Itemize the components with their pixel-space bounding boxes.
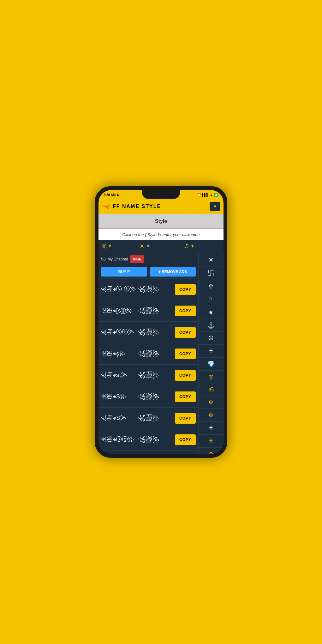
wifi-icon: ▲ [210,193,213,197]
status-right: ⏰ ▌▌▌ ▲ 85 [197,193,218,197]
list-item: ꧁꫞⊕S꧂ ꧁꫞꧂ COPY [98,386,198,408]
symbol-cross[interactable]: ✝ [199,422,223,435]
app-header: 🔫 FF NAME STYLE ▼ [98,199,224,214]
copy-button-5[interactable]: COPY [175,370,196,381]
subscribe-section: Su My Channel RIBE [98,253,198,265]
buy-label: BUY P [118,270,130,274]
symbol-khanda[interactable]: ☬ [199,396,223,409]
name-symbol-8: ꧁꫞⊕ⓢⓣ꧂ [101,436,134,443]
name-display-3: ꧁꫞⊕Ⓢⓣ꧂ [101,329,138,336]
name-suffix-6: ꧁꫞꧂ [138,393,175,401]
list-item: ꧁꫞⊕S꧂ ꧁꫞꧂ COPY [98,450,198,454]
name-display-2: ꧁꫞⊕[s][t꧂ [101,307,138,314]
dd1-arrow: ▼ [108,244,112,248]
dropdown-1[interactable]: ꧁ ▼ [102,243,138,249]
phone-notch [142,190,180,199]
dd3-arrow: ▼ [191,244,194,248]
symbol-swastika[interactable]: 卐 [199,266,223,280]
symbol-trident[interactable]: ♆ [199,280,223,293]
copy-button-8[interactable]: COPY [175,434,196,445]
main-area: Su My Channel RIBE BUY P + REMOVE ADS [98,252,224,454]
subscribe-btn-label: RIBE [133,257,141,261]
name-symbol-3: ꧁꫞⊕Ⓢⓣ꧂ [101,329,134,336]
phone-frame: 2:20 AM ▶ ⏰ ▌▌▌ ▲ 85 🔫 FF NAME STYLE ▼ [95,186,227,458]
symbol-om-curl[interactable]: ৠ [199,371,223,383]
status-left: 2:20 AM ▶ [104,193,119,197]
name-symbol-7: ꧁꫞⊕S꧂ [101,415,126,421]
symbol-om[interactable]: ॐ [199,383,223,396]
phone-screen: 2:20 AM ▶ ⏰ ▌▌▌ ▲ 85 🔫 FF NAME STYLE ▼ [98,190,224,454]
name-display-5: ꧁꫞⊕st꧂ [101,372,138,379]
name-suffix-8: ꧁꫞꧂ [138,436,175,444]
dd3-symbol: ꧂ [184,243,189,249]
remove-ads-button[interactable]: + REMOVE ADS [150,267,196,277]
play-icon: ▶ [117,193,119,197]
remove-ads-label: + REMOVE ADS [158,270,187,274]
name-suffix-3: ꧁꫞꧂ [138,328,175,337]
name-symbol-5: ꧁꫞⊕st꧂ [101,372,127,379]
name-suffix-5: ꧁꫞꧂ [138,371,175,379]
symbol-cross2[interactable]: ✝ [199,435,223,448]
symbol-khanda2[interactable]: ☬ [199,409,223,422]
name-suffix-7: ꧁꫞꧂ [138,414,175,422]
copy-button-7[interactable]: COPY [175,413,196,424]
subscribe-button[interactable]: RIBE [130,255,144,263]
name-display-6: ꧁꫞⊕S꧂ [101,393,138,400]
name-suffix-1: ꧁꫞꧂ [138,285,175,294]
dd-separator: ✕ [140,243,144,250]
time: 2:20 AM [104,193,116,197]
style-input-box[interactable]: Style [98,214,224,229]
symbol-panel: ✕ 卐 ♆ ᚢ ★ ⚓ ☮ ♰ 💎 ৠ ॐ ☬ ☬ ✝ ✝ ⊕ [198,252,224,454]
list-item: ꧁꫞⊕S꧂ ꧁꫞꧂ COPY [98,408,198,429]
style-placeholder: Style [155,218,167,224]
dropdown-3[interactable]: ꧂ ▼ [184,243,220,249]
name-display-4: ꧁꫞⊕ş꧂ [101,350,138,357]
name-symbol-2: ꧁꫞⊕[s][t꧂ [101,307,133,314]
symbol-rune[interactable]: ᚢ [199,293,223,306]
symbol-cross-circle[interactable]: ⊕ [199,448,223,454]
dd2-arrow: ▼ [146,244,150,248]
list-item: ꧁꫞⊕ⓢⓣ꧂ ꧁꫞꧂ COPY [98,429,198,450]
symbol-x[interactable]: ✕ [199,253,223,266]
symbol-scepter[interactable]: ♰ [199,345,223,358]
list-item: ꧁꫞⊕ş꧂ ꧁꫞꧂ COPY [98,343,198,365]
dropdown-2[interactable]: ▼ [146,244,182,248]
copy-button-4[interactable]: COPY [175,349,196,359]
name-symbol-4: ꧁꫞⊕ş꧂ [101,350,125,357]
style-input-area: Style Click on the { Style }≈ enter your… [98,214,224,252]
name-display-1: ꧁꫞⊕ⓢ ⓣ꧂ [101,286,138,293]
chevron-down-icon: ▼ [213,204,217,209]
action-buttons: BUY P + REMOVE ADS [98,265,198,279]
symbol-diamond[interactable]: 💎 [199,358,223,371]
name-symbol-6: ꧁꫞⊕S꧂ [101,393,126,400]
name-display-7: ꧁꫞⊕S꧂ [101,415,138,421]
copy-button-1[interactable]: COPY [175,284,196,295]
header-menu-button[interactable]: ▼ [210,202,220,211]
app-title: FF NAME STYLE [113,204,207,209]
names-list: Su My Channel RIBE BUY P + REMOVE ADS [98,252,198,454]
channel-text: My Channel [108,257,128,261]
name-display-8: ꧁꫞⊕ⓢⓣ꧂ [101,436,138,443]
gun-icon: 🔫 [102,202,110,211]
name-symbol-1: ꧁꫞⊕ⓢ ⓣ꧂ [101,286,136,293]
copy-button-3[interactable]: COPY [175,327,196,338]
list-item: ꧁꫞⊕[s][t꧂ ꧁꫞꧂ COPY [98,300,198,322]
name-suffix-2: ꧁꫞꧂ [138,307,175,315]
copy-button-2[interactable]: COPY [175,306,196,316]
alarm-icon: ⏰ [197,193,201,197]
dd1-symbol: ꧁ [102,243,107,249]
symbol-anchor[interactable]: ⚓ [199,319,223,332]
symbol-star[interactable]: ★ [199,306,223,319]
list-item: ꧁꫞⊕ⓢ ⓣ꧂ ꧁꫞꧂ COPY [98,279,198,300]
copy-button-6[interactable]: COPY [175,391,196,402]
buy-button[interactable]: BUY P [101,267,147,277]
subscribe-text: Su [101,257,106,261]
style-hint: Click on the { Style }≈ enter your nickn… [98,229,224,240]
screen-wrapper: 2:20 AM ▶ ⏰ ▌▌▌ ▲ 85 🔫 FF NAME STYLE ▼ [98,190,224,454]
name-suffix-4: ꧁꫞꧂ [138,350,175,358]
battery-badge: 85 [214,193,218,197]
list-item: ꧁꫞⊕st꧂ ꧁꫞꧂ COPY [98,365,198,386]
signal-icon: ▌▌▌ [202,193,209,197]
symbol-peace[interactable]: ☮ [199,332,223,345]
style-dropdowns: ꧁ ▼ ✕ ▼ ꧂ ▼ [98,240,224,252]
